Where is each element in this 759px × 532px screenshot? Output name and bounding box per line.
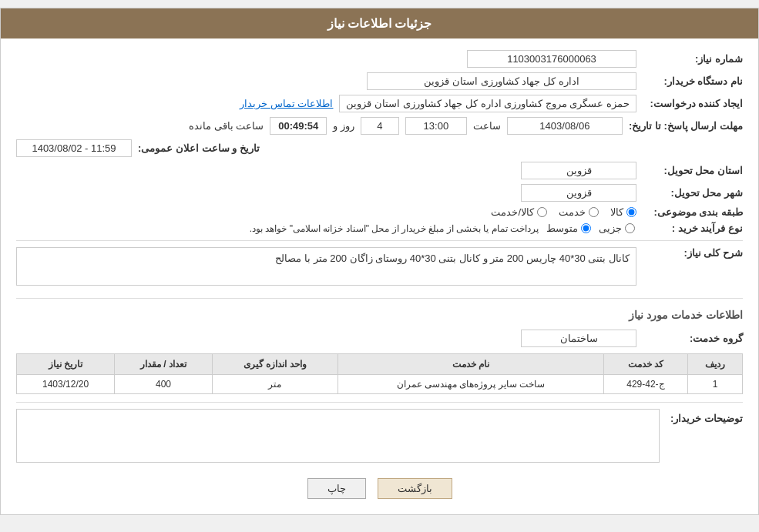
table-header-row: ردیف کد خدمت نام خدمت واحد اندازه گیری ت…: [17, 354, 743, 375]
td-row-num: 1: [688, 375, 743, 394]
need-desc-value: کانال بتنی 30*40 چاریس 200 متر و کانال ب…: [16, 247, 636, 286]
deadline-row: مهلت ارسال پاسخ: تا تاریخ: 1403/08/06 سا…: [16, 117, 743, 135]
cat-radio-goods-label: کالا: [610, 206, 623, 218]
province-label: استان محل تحویل:: [643, 165, 743, 176]
action-buttons: بازگشت چاپ: [16, 470, 743, 503]
buyer-notes-label: توضیحات خریدار:: [666, 409, 743, 424]
deadline-time: 13:00: [405, 117, 467, 135]
remaining-timer: 00:49:54: [270, 117, 327, 135]
deadline-date: 1403/08/06: [507, 117, 623, 135]
td-quantity: 400: [115, 375, 213, 394]
cat-radio-goods-input[interactable]: [626, 207, 636, 217]
category-label: طبقه بندی موضوعی:: [643, 206, 743, 218]
category-radio-group: کالا خدمت کالا/خدمت: [491, 206, 636, 218]
cat-radio-both-label: کالا/خدمت: [491, 206, 534, 218]
td-name: ساخت سایر پروژه‌های مهندسی عمران: [338, 375, 603, 394]
cat-radio-both-input[interactable]: [537, 207, 547, 217]
buyer-notes-section: توضیحات خریدار:: [16, 409, 743, 463]
divider-1: [16, 240, 743, 241]
need-desc-label: شرح کلی نیاز:: [643, 247, 743, 259]
page-wrapper: جزئیات اطلاعات نیاز شماره نیاز: 11030031…: [0, 8, 759, 515]
th-name: نام خدمت: [338, 354, 603, 375]
buyer-org-row: نام دستگاه خریدار: اداره کل جهاد کشاورزی…: [16, 72, 743, 90]
province-row: استان محل تحویل: قزوین: [16, 162, 743, 179]
td-unit: متر: [213, 375, 338, 394]
divider-3: [16, 402, 743, 403]
buyer-org-value: اداره کل جهاد کشاورزی استان قزوین: [367, 72, 636, 90]
print-button[interactable]: چاپ: [307, 478, 366, 499]
td-code: ج-42-429: [603, 375, 687, 394]
page-title: جزئیات اطلاعات نیاز: [327, 17, 432, 30]
th-date: تاریخ نیاز: [17, 354, 115, 375]
purchase-radio-medium[interactable]: متوسط: [546, 223, 591, 234]
remaining-label: ساعت باقی مانده: [189, 120, 264, 132]
cat-radio-service-input[interactable]: [589, 207, 599, 217]
need-desc-row: شرح کلی نیاز: کانال بتنی 30*40 چاریس 200…: [16, 247, 743, 292]
content-area: شماره نیاز: 1103003176000063 نام دستگاه …: [1, 38, 758, 514]
category-row: طبقه بندی موضوعی: کالا خدمت کالا/خدمت: [16, 206, 743, 218]
need-number-value: 1103003176000063: [467, 50, 636, 68]
purchase-radio-medium-input[interactable]: [581, 223, 591, 233]
purchase-type-row: نوع فرآیند خرید : جزیی متوسط پرداخت تمام…: [16, 223, 743, 234]
announcement-value: 1403/08/02 - 11:59: [16, 139, 132, 157]
city-row: شهر محل تحویل: قزوین: [16, 184, 743, 202]
th-row-num: ردیف: [688, 354, 743, 375]
announcement-label: تاریخ و ساعت اعلان عمومی:: [138, 142, 260, 154]
services-table: ردیف کد خدمت نام خدمت واحد اندازه گیری ت…: [16, 353, 743, 394]
purchase-note-text: پرداخت تمام یا بخشی از مبلغ خریدار از مح…: [250, 223, 539, 234]
buyer-notes-input[interactable]: [16, 409, 660, 463]
deadline-label: مهلت ارسال پاسخ: تا تاریخ:: [629, 120, 743, 132]
purchase-radio-medium-label: متوسط: [546, 223, 578, 234]
purchase-radio-partial-input[interactable]: [625, 223, 635, 233]
page-header: جزئیات اطلاعات نیاز: [1, 8, 758, 38]
deadline-days: 4: [361, 117, 399, 135]
service-group-row: گروه خدمت: ساختمان: [16, 330, 743, 347]
table-body: 1 ج-42-429 ساخت سایر پروژه‌های مهندسی عم…: [17, 375, 743, 394]
city-label: شهر محل تحویل:: [643, 187, 743, 199]
divider-2: [16, 298, 743, 299]
creator-value: حمزه عسگری مروج کشاورزی اداره کل جهاد کش…: [339, 95, 636, 112]
td-date: 1403/12/20: [17, 375, 115, 394]
table-head: ردیف کد خدمت نام خدمت واحد اندازه گیری ت…: [17, 354, 743, 375]
province-value: قزوین: [521, 162, 636, 179]
buyer-org-label: نام دستگاه خریدار:: [643, 75, 743, 87]
th-quantity: تعداد / مقدار: [115, 354, 213, 375]
days-label: روز و: [333, 120, 354, 132]
contact-link[interactable]: اطلاعات تماس خریدار: [240, 98, 333, 109]
city-value: قزوین: [521, 184, 636, 202]
cat-radio-goods[interactable]: کالا: [610, 206, 636, 218]
need-number-label: شماره نیاز:: [643, 53, 743, 65]
cat-radio-service-label: خدمت: [559, 206, 586, 218]
need-number-row: شماره نیاز: 1103003176000063: [16, 50, 743, 68]
announcement-row: تاریخ و ساعت اعلان عمومی: 1403/08/02 - 1…: [16, 139, 743, 157]
th-unit: واحد اندازه گیری: [213, 354, 338, 375]
service-group-value: ساختمان: [521, 330, 636, 347]
creator-row: ایجاد کننده درخواست: حمزه عسگری مروج کشا…: [16, 95, 743, 112]
services-section-title: اطلاعات خدمات مورد نیاز: [16, 305, 743, 325]
purchase-radio-partial-label: جزیی: [599, 223, 622, 234]
service-group-label: گروه خدمت:: [643, 333, 743, 344]
table-row: 1 ج-42-429 ساخت سایر پروژه‌های مهندسی عم…: [17, 375, 743, 394]
back-button[interactable]: بازگشت: [378, 478, 452, 499]
purchase-type-label: نوع فرآیند خرید :: [643, 223, 743, 234]
creator-label: ایجاد کننده درخواست:: [643, 98, 743, 109]
th-code: کد خدمت: [603, 354, 687, 375]
purchase-radio-partial[interactable]: جزیی: [599, 223, 635, 234]
cat-radio-service[interactable]: خدمت: [559, 206, 599, 218]
time-label: ساعت: [473, 120, 501, 132]
cat-radio-both[interactable]: کالا/خدمت: [491, 206, 547, 218]
